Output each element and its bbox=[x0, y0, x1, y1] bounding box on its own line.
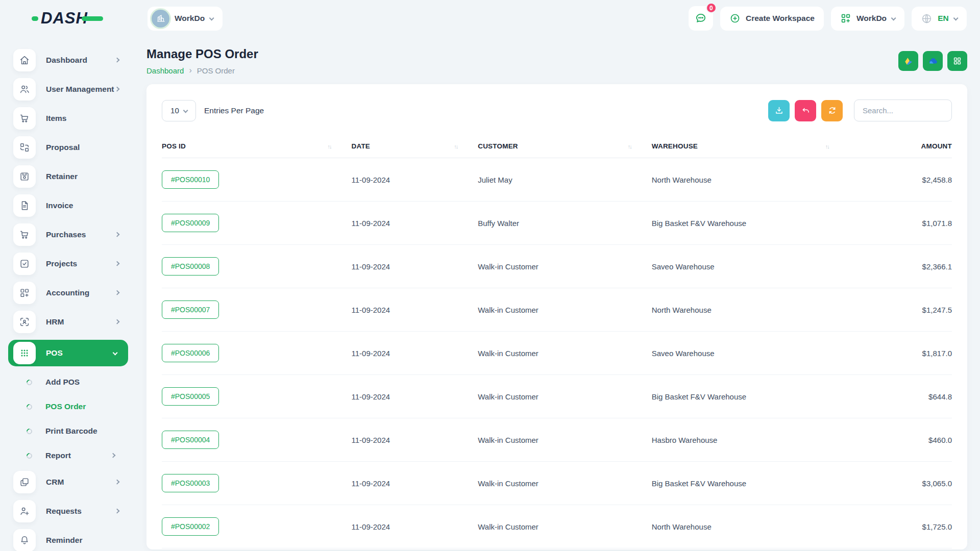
sidebar-item-crm[interactable]: CRM bbox=[13, 471, 130, 493]
chevron-right-icon bbox=[114, 319, 119, 324]
sort-icon: ↑↓ bbox=[825, 143, 829, 149]
pos-id-badge[interactable]: #POS00006 bbox=[162, 344, 219, 362]
submenu-item-add-pos[interactable]: Add POS bbox=[15, 373, 130, 391]
cell-customer: Walk-in Customer bbox=[478, 375, 652, 418]
sidebar-item-purchases[interactable]: Purchases bbox=[13, 223, 130, 246]
cell-amount: $1,071.8 bbox=[849, 202, 952, 245]
cell-amount: $3,065.0 bbox=[849, 462, 952, 505]
sidebar-item-reminder[interactable]: Reminder bbox=[13, 529, 130, 551]
cell-warehouse: North Warehouse bbox=[652, 288, 849, 332]
sidebar-item-accounting[interactable]: Accounting bbox=[13, 282, 130, 304]
dots-grid-icon bbox=[13, 342, 36, 364]
chevron-right-icon bbox=[114, 87, 119, 92]
unread-count-badge: 0 bbox=[706, 3, 717, 13]
table-row: #POS00002 11-09-2024 Walk-in Customer No… bbox=[162, 505, 952, 548]
sidebar-item-retainer[interactable]: Retainer bbox=[13, 165, 130, 188]
chevron-right-icon bbox=[110, 453, 115, 458]
sidebar-item-projects[interactable]: Projects bbox=[13, 253, 130, 275]
onedrive-button[interactable] bbox=[923, 51, 943, 71]
sidebar-item-items[interactable]: Items bbox=[13, 107, 130, 130]
table-row: #POS00009 11-09-2024 Buffy Walter Big Ba… bbox=[162, 202, 952, 245]
grid-plus-icon bbox=[840, 13, 851, 24]
cell-customer: Walk-in Customer bbox=[478, 505, 652, 548]
users-icon bbox=[13, 78, 36, 101]
breadcrumb-separator: › bbox=[189, 66, 191, 75]
sidebar-item-user-management[interactable]: User Management bbox=[13, 78, 130, 101]
pos-id-badge[interactable]: #POS00010 bbox=[162, 170, 219, 189]
pos-id-badge[interactable]: #POS00002 bbox=[162, 517, 219, 536]
sidebar-item-dashboard[interactable]: Dashboard bbox=[13, 49, 130, 71]
chevron-down-icon bbox=[891, 16, 896, 21]
cell-warehouse: North Warehouse bbox=[652, 158, 849, 202]
cell-customer: Juliet May bbox=[478, 158, 652, 202]
grid-view-button[interactable] bbox=[947, 51, 967, 71]
cell-date: 11-09-2024 bbox=[352, 332, 478, 375]
cell-date: 11-09-2024 bbox=[352, 375, 478, 418]
language-code: EN bbox=[938, 14, 949, 23]
entries-per-page-value: 10 bbox=[170, 106, 179, 115]
messages-button[interactable]: 0 bbox=[689, 6, 713, 31]
pos-id-badge[interactable]: #POS00005 bbox=[162, 387, 219, 406]
undo-button[interactable] bbox=[795, 100, 816, 121]
sidebar-item-pos[interactable]: POS bbox=[8, 340, 128, 366]
column-header-amount[interactable]: AMOUNT bbox=[849, 135, 952, 158]
cell-amount: $644.8 bbox=[849, 375, 952, 418]
pos-id-badge[interactable]: #POS00008 bbox=[162, 257, 219, 276]
export-button[interactable] bbox=[768, 100, 790, 121]
cell-warehouse: Big Basket F&V Warehouse bbox=[652, 462, 849, 505]
sidebar-item-invoice[interactable]: Invoice bbox=[13, 194, 130, 217]
workspace-switcher[interactable]: WorkDo bbox=[148, 7, 223, 31]
bullet-icon bbox=[26, 378, 34, 386]
cell-amount: $1,247.5 bbox=[849, 288, 952, 332]
table-row: #POS00004 11-09-2024 Walk-in Customer Ha… bbox=[162, 418, 952, 462]
cell-amount: $2,458.8 bbox=[849, 158, 952, 202]
language-selector[interactable]: EN bbox=[912, 7, 967, 31]
google-drive-button[interactable] bbox=[898, 51, 918, 71]
chevron-right-icon bbox=[114, 58, 119, 63]
cell-warehouse: Hasbro Warehouse bbox=[652, 418, 849, 462]
entries-per-page-select[interactable]: 10 bbox=[162, 100, 196, 121]
breadcrumb-dashboard-link[interactable]: Dashboard bbox=[146, 66, 184, 75]
cell-date: 11-09-2024 bbox=[352, 505, 478, 548]
sidebar: Dashboard User Management Items bbox=[0, 37, 135, 551]
table-row: #POS00001 11-09-2024 Walk-in Customer Bi… bbox=[162, 548, 952, 551]
grid-plus-icon bbox=[13, 282, 36, 304]
submenu-item-report[interactable]: Report bbox=[15, 446, 130, 465]
workspace-name: WorkDo bbox=[175, 14, 205, 23]
globe-icon bbox=[921, 13, 933, 24]
undo-arrow-icon bbox=[801, 106, 811, 115]
pos-id-badge[interactable]: #POS00003 bbox=[162, 474, 219, 492]
sort-icon: ↑↓ bbox=[454, 143, 457, 149]
app-logo[interactable]: DASH bbox=[0, 9, 135, 28]
column-header-date[interactable]: DATE↑↓ bbox=[352, 135, 478, 158]
column-header-warehouse[interactable]: WAREHOUSE↑↓ bbox=[652, 135, 849, 158]
sidebar-item-requests[interactable]: Requests bbox=[13, 500, 130, 522]
cell-customer: Walk-in Customer bbox=[478, 245, 652, 288]
sidebar-item-hrm[interactable]: HRM bbox=[13, 311, 130, 333]
breadcrumb: Dashboard › POS Order bbox=[146, 66, 258, 75]
pos-id-badge[interactable]: #POS00007 bbox=[162, 300, 219, 319]
pos-id-badge[interactable]: #POS00009 bbox=[162, 214, 219, 232]
search-input[interactable] bbox=[854, 99, 952, 121]
pos-id-badge[interactable]: #POS00004 bbox=[162, 431, 219, 449]
submenu-item-print-barcode[interactable]: Print Barcode bbox=[15, 422, 130, 440]
plus-circle-icon bbox=[729, 13, 741, 24]
grid-icon bbox=[952, 56, 962, 66]
sidebar-item-proposal[interactable]: Proposal bbox=[13, 136, 130, 159]
column-header-customer[interactable]: CUSTOMER↑↓ bbox=[478, 135, 652, 158]
sort-icon: ↑↓ bbox=[328, 143, 331, 149]
refresh-button[interactable] bbox=[821, 100, 843, 121]
chevron-right-icon bbox=[114, 509, 119, 514]
submenu-item-pos-order[interactable]: POS Order bbox=[15, 397, 130, 416]
chevron-right-icon bbox=[114, 261, 119, 266]
cell-warehouse: Saveo Warehouse bbox=[652, 245, 849, 288]
company-menu-button[interactable]: WorkDo bbox=[831, 7, 904, 31]
create-workspace-button[interactable]: Create Workspace bbox=[720, 7, 824, 31]
cell-date: 11-09-2024 bbox=[352, 418, 478, 462]
home-icon bbox=[13, 49, 36, 71]
cell-date: 11-09-2024 bbox=[352, 245, 478, 288]
cell-date: 11-09-2024 bbox=[352, 158, 478, 202]
cell-amount: $460.0 bbox=[849, 418, 952, 462]
download-icon bbox=[774, 106, 784, 115]
column-header-pos-id[interactable]: POS ID↑↓ bbox=[162, 135, 352, 158]
